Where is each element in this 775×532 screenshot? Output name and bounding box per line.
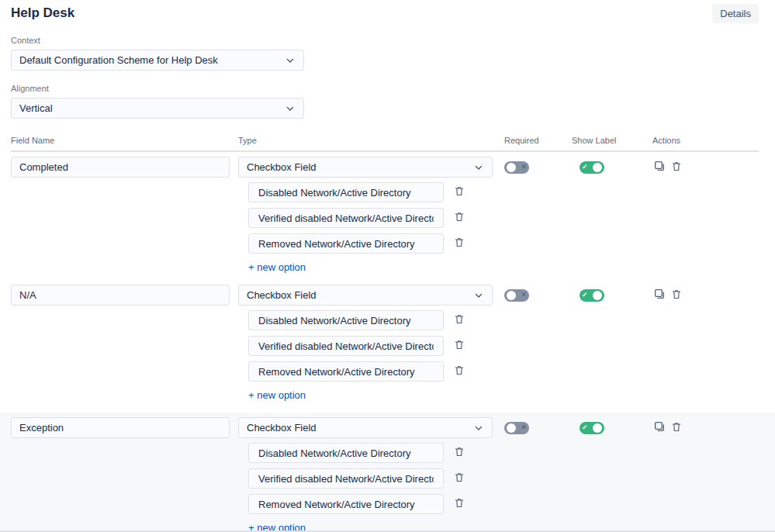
delete-option-button[interactable]: [453, 471, 465, 486]
check-icon: ✓: [582, 164, 588, 171]
copy-icon: [653, 288, 666, 302]
context-field-group: Context Default Configuration Scheme for…: [11, 36, 304, 71]
cross-icon: ✕: [521, 164, 527, 171]
copy-icon: [653, 420, 666, 435]
type-select-value: Checkbox Field: [247, 422, 317, 434]
alignment-select[interactable]: Vertical: [11, 98, 304, 119]
trash-icon: [454, 339, 465, 353]
type-select-value: Checkbox Field: [247, 161, 317, 173]
field-row: Checkbox Field ✕ ✓: [0, 285, 775, 407]
check-icon: ✓: [582, 424, 588, 431]
column-header-type: Type: [238, 136, 493, 145]
page-title: Help Desk: [11, 4, 74, 21]
column-header-show-label: Show Label: [572, 136, 652, 145]
column-header-actions: Actions: [652, 136, 759, 145]
chevron-down-icon: [473, 290, 484, 301]
toggle-knob: [507, 291, 516, 300]
cross-icon: ✕: [521, 424, 527, 431]
trash-icon: [454, 237, 465, 250]
context-select-value: Default Configuration Scheme for Help De…: [19, 54, 218, 66]
trash-icon: [454, 185, 465, 199]
type-select[interactable]: Checkbox Field: [238, 157, 493, 178]
column-header-required: Required: [504, 136, 572, 145]
toggle-knob: [593, 291, 602, 300]
alignment-field-group: Alignment Vertical: [11, 84, 304, 119]
option-input[interactable]: [248, 443, 444, 463]
show-label-toggle[interactable]: ✓: [580, 161, 604, 174]
trash-icon: [454, 211, 465, 225]
field-row: Checkbox Field ✕ ✓: [0, 157, 775, 279]
required-toggle[interactable]: ✕: [504, 289, 529, 302]
required-toggle[interactable]: ✕: [504, 161, 529, 174]
copy-icon: [653, 160, 666, 174]
option-input[interactable]: [248, 310, 444, 330]
trash-icon: [454, 313, 465, 327]
context-select[interactable]: Default Configuration Scheme for Help De…: [11, 50, 304, 71]
trash-icon: [671, 161, 682, 174]
show-label-toggle[interactable]: ✓: [580, 289, 604, 302]
new-option-link[interactable]: + new option: [248, 261, 306, 273]
trash-icon: [454, 364, 465, 378]
required-toggle[interactable]: ✕: [504, 422, 529, 434]
chevron-down-icon: [285, 55, 296, 66]
delete-option-button[interactable]: [453, 445, 465, 461]
check-icon: ✓: [582, 292, 588, 299]
delete-row-button[interactable]: [670, 420, 683, 436]
trash-icon: [671, 288, 682, 302]
new-option-link[interactable]: + new option: [248, 389, 306, 401]
delete-row-button[interactable]: [670, 288, 683, 303]
trash-icon: [671, 421, 682, 435]
field-name-input[interactable]: [11, 285, 230, 306]
toggle-knob: [507, 163, 516, 172]
option-input[interactable]: [248, 208, 444, 228]
context-label: Context: [11, 36, 304, 45]
delete-option-button[interactable]: [453, 313, 465, 328]
delete-option-button[interactable]: [453, 236, 465, 251]
delete-option-button[interactable]: [453, 496, 465, 512]
delete-option-button[interactable]: [453, 185, 465, 200]
copy-row-button[interactable]: [652, 159, 666, 175]
delete-option-button[interactable]: [453, 210, 465, 226]
trash-icon: [454, 472, 465, 485]
type-select[interactable]: Checkbox Field: [238, 285, 493, 306]
trash-icon: [454, 446, 465, 460]
show-label-toggle[interactable]: ✓: [580, 422, 604, 434]
page-header: Help Desk Details: [0, 0, 775, 23]
trash-icon: [454, 497, 465, 511]
copy-row-button[interactable]: [652, 287, 666, 303]
delete-row-button[interactable]: [670, 160, 683, 175]
toggle-knob: [507, 423, 516, 433]
column-header-field-name: Field Name: [11, 136, 230, 145]
toggle-knob: [593, 163, 602, 172]
field-name-input[interactable]: [11, 417, 230, 438]
option-input[interactable]: [248, 361, 444, 382]
toggle-knob: [593, 423, 602, 433]
field-name-input[interactable]: [11, 157, 230, 178]
fields-table-header: Field Name Type Required Show Label Acti…: [11, 136, 759, 152]
delete-option-button[interactable]: [453, 338, 465, 354]
chevron-down-icon: [473, 423, 484, 434]
type-select[interactable]: Checkbox Field: [238, 417, 493, 438]
chevron-down-icon: [473, 162, 484, 173]
option-input[interactable]: [248, 336, 444, 356]
field-row: Checkbox Field ✕ ✓: [0, 413, 775, 532]
details-button[interactable]: Details: [712, 4, 759, 23]
help-desk-config-page: Help Desk Details Context Default Config…: [0, 0, 775, 532]
option-input[interactable]: [248, 494, 444, 514]
cross-icon: ✕: [521, 292, 527, 299]
option-input[interactable]: [248, 233, 444, 254]
chevron-down-icon: [285, 103, 296, 114]
option-input[interactable]: [248, 468, 444, 489]
copy-row-button[interactable]: [652, 420, 666, 436]
alignment-select-value: Vertical: [19, 102, 53, 114]
delete-option-button[interactable]: [453, 364, 465, 379]
type-select-value: Checkbox Field: [247, 289, 317, 301]
option-input[interactable]: [248, 182, 444, 202]
alignment-label: Alignment: [11, 84, 304, 93]
